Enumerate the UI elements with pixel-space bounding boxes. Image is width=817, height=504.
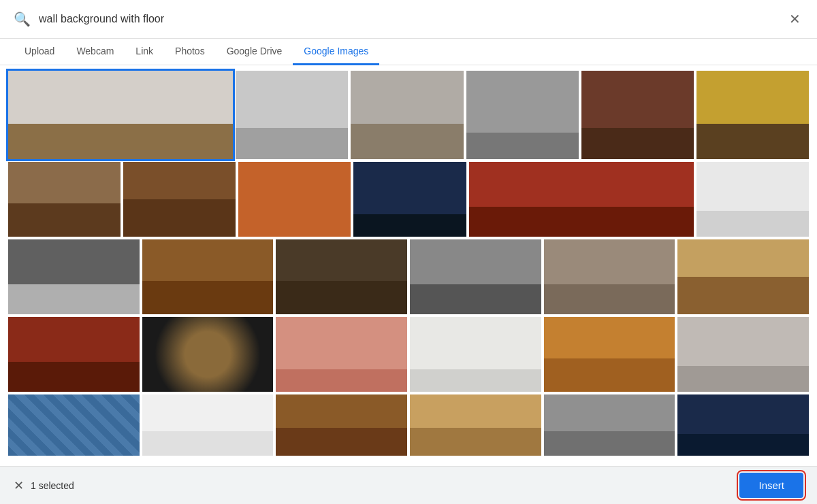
image-grid-container <box>0 65 817 466</box>
close-button[interactable]: ✕ <box>786 8 803 30</box>
clear-selection-button[interactable]: ✕ <box>14 478 24 493</box>
search-icon: 🔍 <box>14 11 31 27</box>
image-cell[interactable] <box>123 162 236 237</box>
image-cell[interactable] <box>696 162 809 237</box>
image-cell[interactable] <box>466 71 579 159</box>
tab-link[interactable]: Link <box>125 39 164 65</box>
image-cell[interactable] <box>142 239 274 314</box>
image-cell[interactable] <box>410 239 541 314</box>
image-cell[interactable] <box>353 162 466 237</box>
image-cell[interactable] <box>677 239 809 314</box>
image-cell[interactable] <box>677 317 809 392</box>
image-cell[interactable] <box>276 317 407 392</box>
image-cell[interactable] <box>236 71 348 159</box>
image-row-1 <box>8 71 809 159</box>
search-bar: 🔍 ✕ <box>0 0 817 39</box>
search-input[interactable] <box>39 13 778 25</box>
tab-google-images[interactable]: Google Images <box>293 39 379 65</box>
image-cell[interactable] <box>238 162 351 237</box>
tab-google-drive[interactable]: Google Drive <box>216 39 293 65</box>
image-cell[interactable] <box>142 317 274 392</box>
tab-upload[interactable]: Upload <box>14 39 65 65</box>
image-cell[interactable] <box>8 394 140 456</box>
image-cell[interactable] <box>544 317 675 392</box>
tab-bar: Upload Webcam Link Photos Google Drive G… <box>0 39 817 65</box>
image-cell[interactable] <box>696 71 809 159</box>
image-cell[interactable] <box>469 162 694 237</box>
image-cell[interactable] <box>410 394 541 456</box>
image-cell[interactable] <box>142 394 274 456</box>
image-cell[interactable] <box>8 71 233 159</box>
image-row-4 <box>8 317 809 392</box>
image-row-5 <box>8 394 809 456</box>
image-row-2 <box>8 162 809 237</box>
tab-webcam[interactable]: Webcam <box>65 39 125 65</box>
image-cell[interactable] <box>351 71 463 159</box>
image-cell[interactable] <box>544 394 675 456</box>
image-cell[interactable] <box>276 394 407 456</box>
image-cell[interactable] <box>544 239 675 314</box>
insert-button[interactable]: Insert <box>739 473 803 498</box>
image-cell[interactable] <box>8 239 140 314</box>
image-cell[interactable] <box>8 317 140 392</box>
image-cell[interactable] <box>581 71 694 159</box>
image-cell[interactable] <box>276 239 407 314</box>
image-cell[interactable] <box>8 162 121 237</box>
bottom-bar: ✕ 1 selected Insert <box>0 466 817 504</box>
selected-info: ✕ 1 selected <box>14 478 74 493</box>
image-row-3 <box>8 239 809 314</box>
tab-photos[interactable]: Photos <box>164 39 216 65</box>
image-cell[interactable] <box>677 394 809 456</box>
image-cell[interactable] <box>410 317 541 392</box>
selected-count-label: 1 selected <box>31 480 74 491</box>
